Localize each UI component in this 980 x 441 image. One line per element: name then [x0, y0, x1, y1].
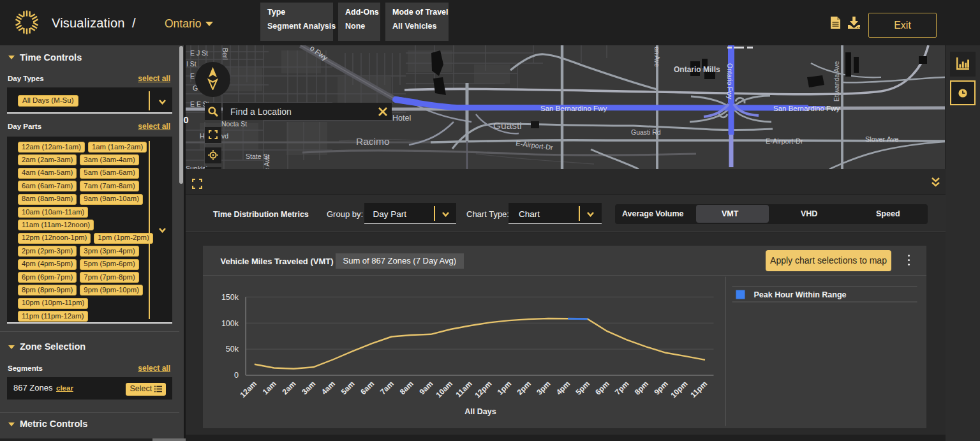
svg-text:4pm: 4pm: [554, 379, 571, 396]
svg-text:11am: 11am: [454, 379, 473, 399]
svg-text:3pm: 3pm: [535, 379, 552, 396]
svg-text:e Ave: e Ave: [263, 155, 271, 169]
svg-text:8pm: 8pm: [632, 379, 650, 396]
svg-text:5pm: 5pm: [574, 379, 591, 396]
svg-text:Ontario Fwy: Ontario Fwy: [726, 63, 734, 100]
svg-text:3am: 3am: [300, 379, 317, 396]
svg-text:7pm: 7pm: [612, 379, 630, 396]
svg-text:Ontario Mills: Ontario Mills: [674, 65, 720, 74]
svg-text:1pm: 1pm: [495, 379, 512, 396]
svg-text:Racimo: Racimo: [356, 136, 390, 147]
svg-text:E J St: E J St: [190, 49, 208, 57]
svg-text:vd: vd: [221, 132, 228, 140]
svg-text:Nocta St: Nocta St: [221, 120, 247, 128]
svg-text:H: H: [200, 132, 205, 140]
svg-text:9am: 9am: [417, 379, 434, 396]
svg-text:10am: 10am: [434, 379, 454, 400]
svg-text:6pm: 6pm: [593, 379, 611, 396]
svg-text:11pm: 11pm: [688, 379, 709, 400]
svg-text:12pm: 12pm: [473, 379, 493, 400]
svg-text:150k: 150k: [221, 292, 239, 301]
svg-text:Slover Ave: Slover Ave: [865, 135, 898, 143]
svg-text:50k: 50k: [225, 345, 239, 354]
svg-text:6am: 6am: [359, 379, 376, 396]
svg-text:Berl: Berl: [221, 48, 229, 60]
svg-text:2pm: 2pm: [515, 379, 532, 396]
svg-text:Hotel: Hotel: [392, 114, 411, 123]
svg-text:5am: 5am: [339, 379, 356, 396]
svg-text:Guasti Rd: Guasti Rd: [631, 128, 661, 136]
svg-text:en Ave: en Ave: [653, 47, 661, 67]
svg-text:Peak Hour Within Range: Peak Hour Within Range: [754, 290, 846, 299]
svg-text:100k: 100k: [221, 318, 239, 327]
svg-text:8am: 8am: [397, 379, 415, 396]
svg-text:E-Airport-Dr: E-Airport-Dr: [766, 137, 803, 145]
svg-text:2am: 2am: [280, 379, 297, 396]
svg-text:0: 0: [234, 371, 239, 380]
svg-text:4am: 4am: [319, 379, 336, 396]
svg-text:7am: 7am: [378, 379, 396, 396]
svg-text:1am: 1am: [260, 379, 278, 396]
svg-text:12am: 12am: [238, 379, 258, 400]
svg-text:9pm: 9pm: [652, 379, 669, 396]
svg-text:San Bernardino Fwy: San Bernardino Fwy: [773, 105, 840, 112]
svg-text:Etiwanda Ave: Etiwanda Ave: [833, 61, 840, 101]
svg-text:E: E: [190, 72, 195, 80]
svg-text:San Bernardino Fwy: San Bernardino Fwy: [540, 105, 607, 112]
svg-text:I St: I St: [186, 60, 197, 68]
svg-text:All Days: All Days: [464, 407, 496, 415]
svg-text:10pm: 10pm: [669, 379, 689, 400]
svg-text:Guasti: Guasti: [493, 120, 522, 131]
